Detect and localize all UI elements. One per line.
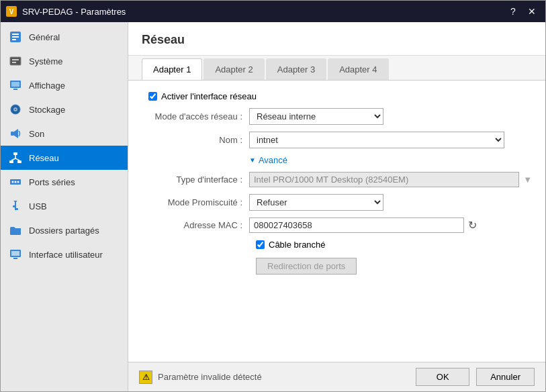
port-redirect-row: Redirection de ports bbox=[142, 258, 532, 275]
sidebar-label-ports: Ports séries bbox=[29, 177, 75, 187]
window-title: SRV-PEDAG - Paramètres bbox=[22, 7, 500, 17]
help-button[interactable]: ? bbox=[505, 5, 521, 18]
mac-row: Adresse MAC : ↻ bbox=[142, 217, 532, 233]
main-content: Général Système bbox=[1, 22, 545, 391]
ok-button[interactable]: OK bbox=[416, 368, 469, 386]
svg-rect-3 bbox=[12, 34, 19, 35]
right-panel: Réseau Adapter 1 Adapter 2 Adapter 3 Ada… bbox=[128, 22, 545, 391]
app-icon: V bbox=[6, 6, 17, 17]
sidebar-item-affichage[interactable]: Affichage bbox=[1, 73, 128, 97]
systeme-icon bbox=[9, 54, 22, 68]
svg-point-25 bbox=[15, 181, 17, 183]
enable-label[interactable]: Activer l'interface réseau bbox=[161, 91, 257, 101]
svg-rect-17 bbox=[13, 152, 17, 155]
enable-checkbox[interactable] bbox=[148, 92, 157, 101]
interface-row: Type d'interface : Intel PRO/1000 MT Des… bbox=[142, 172, 532, 187]
sidebar-label-affichage: Affichage bbox=[29, 81, 65, 91]
svg-rect-29 bbox=[13, 205, 15, 207]
mode-label: Mode d'accès réseau : bbox=[142, 111, 249, 121]
svg-point-24 bbox=[12, 181, 14, 183]
panel-title: Réseau bbox=[142, 33, 532, 47]
ports-icon bbox=[9, 175, 22, 189]
mac-input[interactable] bbox=[249, 217, 464, 233]
advanced-row[interactable]: ▼ Avancé bbox=[142, 155, 532, 165]
svg-rect-5 bbox=[12, 39, 16, 40]
sidebar-label-stockage: Stockage bbox=[29, 105, 65, 115]
svg-point-14 bbox=[15, 109, 16, 110]
tabs-bar: Adapter 1 Adapter 2 Adapter 3 Adapter 4 bbox=[128, 56, 545, 81]
nom-select[interactable]: intnet bbox=[249, 132, 504, 148]
promiscuite-row: Mode Promiscuité : Refuser Autoriser les… bbox=[142, 194, 532, 211]
warning-icon: ⚠ bbox=[139, 371, 152, 384]
interface-label: Type d'interface : bbox=[142, 175, 249, 185]
svg-marker-28 bbox=[13, 201, 17, 203]
svg-rect-18 bbox=[9, 160, 13, 163]
port-redirect-button[interactable]: Redirection de ports bbox=[256, 258, 357, 275]
sidebar-item-systeme[interactable]: Système bbox=[1, 49, 128, 73]
svg-rect-4 bbox=[12, 36, 19, 38]
reseau-icon bbox=[9, 151, 22, 164]
sidebar-label-usb: USB bbox=[29, 201, 47, 211]
sidebar-label-general: Général bbox=[29, 32, 60, 42]
promiscuite-control: Refuser Autoriser les VMs Tout autoriser bbox=[249, 194, 532, 211]
title-bar: V SRV-PEDAG - Paramètres ? ✕ bbox=[1, 1, 545, 22]
mode-row: Mode d'accès réseau : Réseau interne NAT… bbox=[142, 108, 532, 125]
cable-checkbox[interactable] bbox=[256, 240, 265, 249]
stockage-icon bbox=[9, 103, 22, 116]
bottom-bar: ⚠ Paramètre invalide détecté OK Annuler bbox=[128, 362, 545, 391]
main-window: V SRV-PEDAG - Paramètres ? ✕ bbox=[0, 0, 546, 392]
tab-adapter3[interactable]: Adapter 3 bbox=[266, 58, 326, 80]
svg-line-22 bbox=[15, 158, 19, 160]
promiscuite-label: Mode Promiscuité : bbox=[142, 197, 249, 207]
svg-rect-19 bbox=[17, 160, 21, 163]
son-icon bbox=[9, 127, 22, 140]
svg-point-26 bbox=[17, 181, 19, 183]
sidebar-item-reseau[interactable]: Réseau bbox=[1, 146, 128, 170]
sidebar-item-general[interactable]: Général bbox=[1, 25, 128, 49]
advanced-label: Avancé bbox=[259, 155, 287, 165]
sidebar-item-son[interactable]: Son bbox=[1, 121, 128, 146]
nom-row: Nom : intnet bbox=[142, 132, 532, 148]
svg-rect-33 bbox=[13, 258, 17, 259]
status-area: ⚠ Paramètre invalide détecté bbox=[139, 371, 409, 384]
svg-rect-30 bbox=[15, 208, 18, 210]
svg-text:V: V bbox=[9, 8, 14, 15]
tab-adapter2[interactable]: Adapter 2 bbox=[203, 58, 264, 80]
interface-value: Intel PRO/1000 MT Desktop (82540EM) bbox=[249, 172, 519, 187]
svg-rect-6 bbox=[10, 57, 21, 65]
cancel-button[interactable]: Annuler bbox=[476, 368, 535, 386]
interface-dropdown-icon: ▼ bbox=[523, 175, 532, 185]
mac-refresh-icon[interactable]: ↻ bbox=[468, 219, 477, 232]
sidebar-item-ports[interactable]: Ports séries bbox=[1, 170, 128, 194]
svg-marker-16 bbox=[14, 129, 18, 138]
status-label: Paramètre invalide détecté bbox=[158, 372, 262, 382]
cable-row: Câble branché bbox=[142, 240, 532, 250]
svg-rect-8 bbox=[12, 62, 16, 63]
sidebar-item-interface[interactable]: Interface utilisateur bbox=[1, 242, 128, 266]
svg-line-21 bbox=[11, 158, 15, 160]
mac-control: ↻ bbox=[249, 217, 532, 233]
dossiers-icon bbox=[9, 224, 22, 237]
tab-adapter4[interactable]: Adapter 4 bbox=[328, 58, 388, 80]
sidebar-label-systeme: Système bbox=[29, 56, 63, 66]
sidebar-item-stockage[interactable]: Stockage bbox=[1, 97, 128, 121]
svg-rect-10 bbox=[11, 82, 19, 87]
close-button[interactable]: ✕ bbox=[524, 5, 540, 18]
form-content: Activer l'interface réseau Mode d'accès … bbox=[128, 81, 545, 362]
sidebar-item-dossiers[interactable]: Dossiers partagés bbox=[1, 218, 128, 242]
sidebar-item-usb[interactable]: USB bbox=[1, 194, 128, 218]
general-icon bbox=[9, 30, 22, 44]
sidebar-label-dossiers: Dossiers partagés bbox=[29, 226, 99, 236]
promiscuite-select[interactable]: Refuser Autoriser les VMs Tout autoriser bbox=[249, 194, 383, 211]
mac-label: Adresse MAC : bbox=[142, 220, 249, 230]
tab-adapter1[interactable]: Adapter 1 bbox=[142, 58, 202, 80]
svg-rect-11 bbox=[13, 89, 17, 90]
svg-rect-15 bbox=[11, 132, 14, 136]
mode-select[interactable]: Réseau interne NAT Réseau NAT Accès par … bbox=[249, 108, 383, 125]
svg-rect-7 bbox=[12, 59, 19, 60]
advanced-arrow-icon: ▼ bbox=[249, 156, 256, 164]
sidebar-label-reseau: Réseau bbox=[29, 153, 59, 163]
panel-header: Réseau bbox=[128, 22, 545, 56]
cable-label[interactable]: Câble branché bbox=[269, 240, 326, 250]
interface-icon bbox=[9, 248, 22, 261]
